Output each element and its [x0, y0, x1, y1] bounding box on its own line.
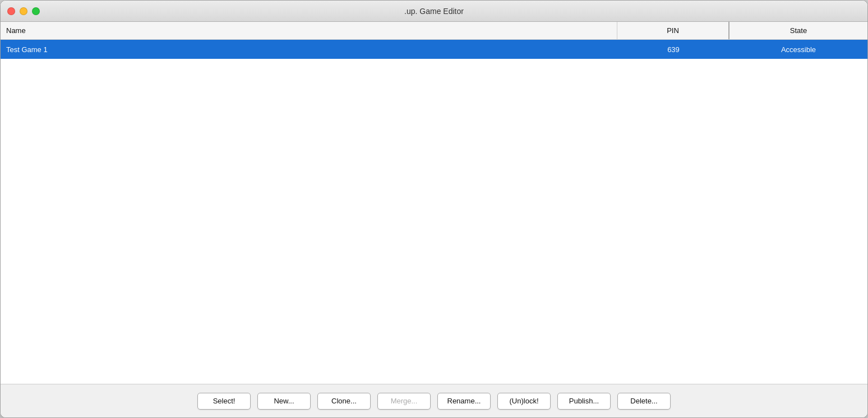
cell-game-name: Test Game 1 — [1, 40, 617, 59]
publish-button[interactable]: Publish... — [557, 393, 611, 410]
traffic-lights — [7, 7, 40, 15]
table-header: Name PIN State — [1, 22, 867, 40]
minimize-button[interactable] — [20, 7, 27, 15]
column-header-pin: PIN — [617, 22, 730, 39]
maximize-button[interactable] — [32, 7, 40, 15]
content-area: Name PIN State Test Game 1 639 Accessibl… — [1, 22, 867, 384]
delete-button[interactable]: Delete... — [617, 393, 671, 410]
cell-game-pin: 639 — [617, 40, 730, 59]
column-header-name: Name — [1, 22, 617, 39]
rename-button[interactable]: Rename... — [437, 393, 491, 410]
table-container: Name PIN State Test Game 1 639 Accessibl… — [1, 22, 867, 384]
bottom-bar: Select! New... Clone... Merge... Rename.… — [1, 384, 867, 417]
cell-game-state: Accessible — [730, 40, 867, 59]
table-body: Test Game 1 639 Accessible — [1, 40, 867, 384]
clone-button[interactable]: Clone... — [317, 393, 371, 410]
title-bar: .up. Game Editor — [1, 1, 867, 22]
new-button[interactable]: New... — [257, 393, 311, 410]
unlock-button[interactable]: (Un)lock! — [497, 393, 551, 410]
table-row[interactable]: Test Game 1 639 Accessible — [1, 40, 867, 59]
merge-button: Merge... — [377, 393, 431, 410]
main-window: .up. Game Editor Name PIN State Test Gam… — [0, 0, 868, 418]
close-button[interactable] — [7, 7, 15, 15]
column-header-state: State — [730, 22, 867, 39]
window-title: .up. Game Editor — [404, 7, 464, 16]
select-button[interactable]: Select! — [197, 393, 251, 410]
